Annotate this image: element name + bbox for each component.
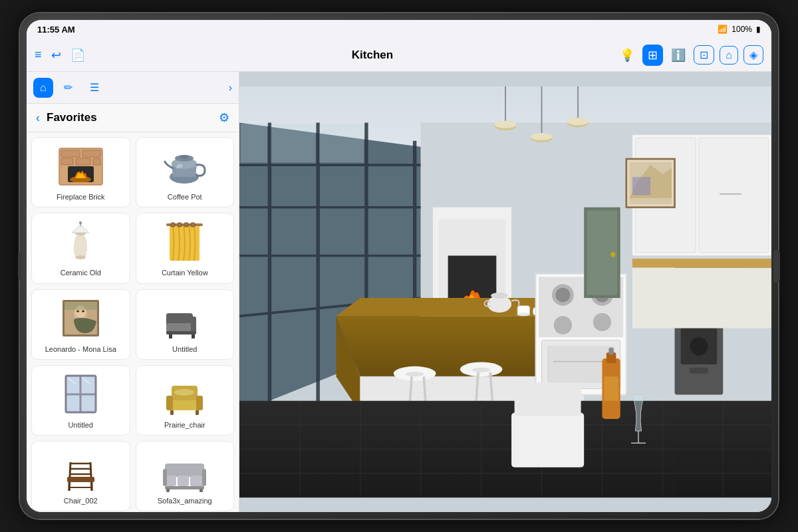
list-item[interactable]: Chair_002 xyxy=(31,441,130,511)
list-item[interactable]: Sofa3x_amazing xyxy=(136,441,235,511)
item-thumbnail xyxy=(158,295,211,342)
svg-point-91 xyxy=(495,121,517,128)
svg-rect-79 xyxy=(241,124,267,162)
svg-rect-43 xyxy=(170,400,200,410)
item-label: Untitled xyxy=(68,420,93,430)
svg-rect-66 xyxy=(200,489,203,492)
floorplan-button[interactable]: ⊡ xyxy=(694,45,714,65)
bulb-button[interactable]: 💡 xyxy=(617,45,637,65)
svg-rect-47 xyxy=(196,410,199,415)
nav-right-controls: 💡 ⊞ ℹ️ ⊡ ⌂ ◈ xyxy=(630,45,763,66)
svg-rect-45 xyxy=(196,396,203,410)
item-label: Ceramic Old xyxy=(61,268,101,277)
svg-point-12 xyxy=(180,155,188,159)
wifi-icon: 📶 xyxy=(718,25,728,34)
svg-point-121 xyxy=(491,293,507,299)
sidebar-tabs: ⌂ ✏ ☰ › xyxy=(27,72,239,104)
svg-rect-61 xyxy=(190,475,204,486)
item-thumbnail xyxy=(158,447,211,493)
svg-rect-164 xyxy=(511,413,584,467)
item-label: Untitled xyxy=(172,344,197,354)
svg-point-132 xyxy=(555,288,570,303)
svg-rect-6 xyxy=(93,158,100,165)
settings-button[interactable]: ⚙ xyxy=(219,110,229,125)
svg-rect-34 xyxy=(191,317,196,333)
undo-button[interactable]: ↩ xyxy=(51,48,61,63)
svg-point-95 xyxy=(567,118,589,125)
nav-bar: ≡ ↩ 📄 Kitchen 💡 ⊞ ℹ️ ⊡ ⌂ ◈ xyxy=(27,39,771,72)
svg-rect-30 xyxy=(65,302,97,310)
info-button[interactable]: ℹ️ xyxy=(668,45,688,65)
item-thumbnail xyxy=(54,371,107,418)
menu-button[interactable]: ≡ xyxy=(35,48,42,62)
svg-rect-111 xyxy=(406,372,424,376)
item-label: Coffee Pot xyxy=(168,192,202,201)
svg-point-17 xyxy=(79,221,82,224)
svg-point-144 xyxy=(690,337,708,355)
list-item[interactable]: Curtain Yellow xyxy=(136,213,235,283)
svg-rect-169 xyxy=(604,376,618,400)
device-frame: 11:55 AM 📶 100% ▮ ≡ ↩ 📄 Kitchen 💡 ⊞ ℹ️ ⊡… xyxy=(20,13,778,519)
list-item[interactable]: Untitled xyxy=(31,365,130,436)
item-thumbnail xyxy=(158,219,211,265)
svg-rect-145 xyxy=(690,368,708,374)
list-item[interactable]: Prairie_chair xyxy=(136,365,235,436)
svg-rect-3 xyxy=(82,150,100,157)
svg-rect-77 xyxy=(271,124,315,162)
list-item[interactable]: Leonardo - Mona Lisa xyxy=(31,289,130,360)
svg-rect-36 xyxy=(169,334,172,338)
svg-rect-168 xyxy=(608,348,613,355)
svg-rect-54 xyxy=(67,477,94,482)
volume-button xyxy=(18,253,22,279)
sidebar: ⌂ ✏ ☰ › ‹ Favorites ⚙ xyxy=(27,72,239,512)
svg-rect-116 xyxy=(472,368,490,372)
status-bar: 11:55 AM 📶 100% ▮ xyxy=(27,20,771,39)
svg-rect-64 xyxy=(165,486,204,489)
svg-rect-37 xyxy=(192,334,195,338)
list-item[interactable]: Untitled xyxy=(136,289,235,360)
battery-icon: ▮ xyxy=(756,25,761,34)
back-button[interactable]: ‹ xyxy=(36,111,40,125)
list-item[interactable]: Coffee Pot xyxy=(136,137,235,207)
svg-rect-103 xyxy=(632,177,650,195)
item-label: Fireplace Brick xyxy=(57,192,105,201)
list-item[interactable]: Fireplace Brick xyxy=(31,137,130,207)
svg-point-29 xyxy=(82,311,84,313)
svg-rect-46 xyxy=(170,410,174,415)
tab-more-button[interactable]: › xyxy=(229,82,232,94)
svg-rect-84 xyxy=(699,138,769,253)
tab-list[interactable]: ☰ xyxy=(83,77,106,98)
svg-rect-2 xyxy=(61,150,80,157)
svg-rect-60 xyxy=(178,475,189,486)
svg-point-28 xyxy=(76,311,79,313)
nav-left-controls: ≡ ↩ 📄 xyxy=(35,48,114,63)
item-thumbnail xyxy=(158,143,211,190)
svg-rect-65 xyxy=(166,489,170,492)
svg-rect-5 xyxy=(76,158,90,165)
sidebar-title: Favorites xyxy=(47,111,219,124)
sidebar-header: ‹ Favorites ⚙ xyxy=(27,104,239,132)
items-grid: Fireplace Brick xyxy=(27,132,239,512)
tab-draw[interactable]: ✏ xyxy=(57,77,79,98)
svg-rect-35 xyxy=(166,331,196,334)
item-label: Sofa3x_amazing xyxy=(158,496,212,505)
svg-rect-78 xyxy=(319,124,364,162)
svg-point-14 xyxy=(75,255,86,259)
item-thumbnail xyxy=(54,295,107,342)
status-icons: 📶 100% ▮ xyxy=(718,25,761,34)
document-button[interactable]: 📄 xyxy=(70,48,85,63)
svg-point-135 xyxy=(554,316,572,334)
library-button[interactable]: ⊞ xyxy=(642,45,663,66)
house-button[interactable]: ⌂ xyxy=(720,46,738,65)
device-screen: 11:55 AM 📶 100% ▮ ≡ ↩ 📄 Kitchen 💡 ⊞ ℹ️ ⊡… xyxy=(27,20,771,512)
svg-rect-63 xyxy=(202,469,206,486)
tab-home[interactable]: ⌂ xyxy=(33,78,53,98)
list-item[interactable]: Ceramic Old xyxy=(31,213,130,283)
svg-rect-4 xyxy=(61,158,73,165)
svg-rect-58 xyxy=(165,464,204,477)
svg-rect-44 xyxy=(166,396,173,410)
item-label: Prairie_chair xyxy=(164,420,205,430)
3d-button[interactable]: ◈ xyxy=(743,45,763,65)
3d-view: 0:00 xyxy=(239,72,771,512)
item-thumbnail xyxy=(54,219,107,265)
